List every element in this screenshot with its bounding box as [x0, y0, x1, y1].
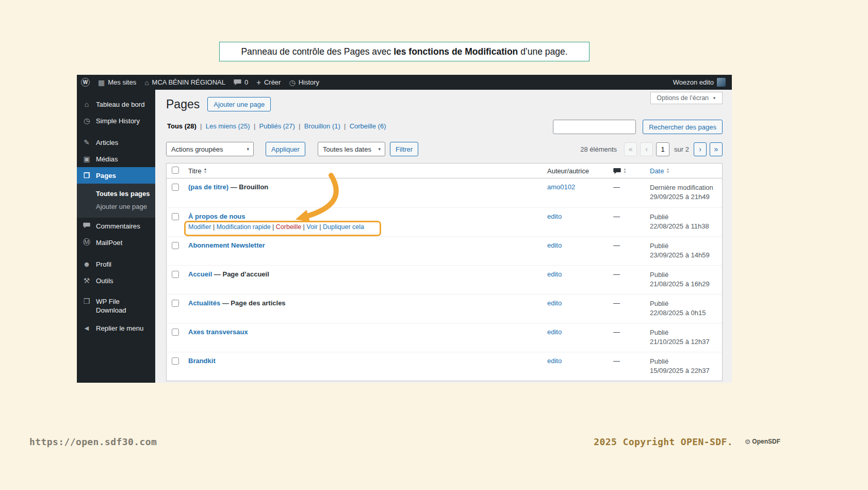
- row-checkbox[interactable]: [172, 184, 179, 191]
- history-icon: ◷: [289, 79, 295, 86]
- row-checkbox[interactable]: [172, 213, 179, 220]
- sidebar-item-mailpoet[interactable]: Ⓜ MailPoet: [77, 234, 155, 251]
- page-title-link[interactable]: À propos de nous: [188, 213, 245, 220]
- comments-icon: [82, 222, 91, 230]
- history-menu[interactable]: ◷ History: [289, 78, 319, 86]
- prev-page-button: ‹: [640, 142, 653, 156]
- filter-les-miens[interactable]: Les miens (25): [198, 122, 250, 130]
- opensdf-logo: ⚙ OpenSDF: [745, 438, 780, 445]
- home-icon: ⌂: [144, 79, 149, 86]
- sidebar-item-medias[interactable]: ▣ Médias: [77, 151, 155, 167]
- bulk-actions-select[interactable]: Actions groupées ▾: [166, 142, 254, 156]
- select-all-checkbox[interactable]: [172, 167, 179, 174]
- author-link[interactable]: edito: [547, 270, 562, 278]
- action-modifier[interactable]: Modifier: [188, 223, 211, 231]
- page-title-link[interactable]: Accueil: [188, 270, 212, 278]
- sort-by-comments[interactable]: ▲▼: [613, 168, 650, 174]
- filter-publies[interactable]: Publiés (27): [252, 122, 295, 130]
- opensdf-logo-text: OpenSDF: [752, 438, 780, 445]
- comments-count: —: [613, 323, 650, 352]
- sidebar-item-simple-history[interactable]: ◷ Simple History: [77, 112, 155, 129]
- apply-button[interactable]: Appliquer: [266, 142, 305, 156]
- sidebar-item-articles[interactable]: ✎ Articles: [77, 134, 155, 151]
- admin-sidebar: ⌂ Tableau de bord ◷ Simple History ✎ Art…: [77, 90, 155, 383]
- sidebar-item-label: Outils: [96, 277, 113, 285]
- wp-logo-menu[interactable]: W: [81, 78, 90, 87]
- sidebar-item-wp-file-download[interactable]: ❒ WP File Download: [77, 294, 155, 318]
- filter-brouillon[interactable]: Brouillon (1): [297, 122, 340, 130]
- sidebar-item-replier-le-menu[interactable]: ◄ Replier le menu: [77, 320, 155, 336]
- add-page-button[interactable]: Ajouter une page: [207, 97, 271, 111]
- new-content-menu[interactable]: + Créer: [256, 78, 281, 86]
- sidebar-item-commentaires[interactable]: Commentaires: [77, 218, 155, 234]
- status-text: Publié: [650, 213, 722, 222]
- action-voir[interactable]: Voir: [301, 223, 318, 231]
- status-filters: Tous (28) Les miens (25) Publiés (27) Br…: [167, 122, 386, 130]
- author-link[interactable]: amo0102: [547, 183, 575, 191]
- page-title-link[interactable]: Actualités: [188, 299, 220, 307]
- mailpoet-icon: Ⓜ: [82, 238, 91, 247]
- author-link[interactable]: edito: [547, 328, 562, 336]
- row-checkbox[interactable]: [172, 357, 179, 365]
- user-icon: ☻: [82, 260, 91, 268]
- action-dupliquer-cela[interactable]: Dupliquer cela: [318, 223, 364, 231]
- my-sites-label: Mes sites: [108, 78, 136, 86]
- search-pages-input[interactable]: [553, 120, 636, 134]
- author-link[interactable]: edito: [547, 299, 562, 307]
- sidebar-item-outils[interactable]: ⚒ Outils: [77, 272, 155, 289]
- row-checkbox[interactable]: [172, 242, 179, 249]
- account-menu[interactable]: Woezon edito: [673, 78, 726, 87]
- sort-by-date[interactable]: Date ▲▼: [650, 167, 722, 175]
- sidebar-item-profil[interactable]: ☻ Profil: [77, 256, 155, 272]
- sort-arrows-icon: ▲▼: [623, 168, 627, 174]
- page-title-link[interactable]: Axes transversaux: [188, 328, 248, 336]
- sort-by-title[interactable]: Titre ▲▼: [188, 167, 547, 175]
- row-checkbox[interactable]: [172, 329, 179, 336]
- search-pages-button[interactable]: Rechercher des pages: [643, 120, 723, 134]
- avatar: [717, 78, 726, 87]
- page-title-link[interactable]: Brandkit: [188, 357, 216, 365]
- my-sites-menu[interactable]: ▦ Mes sites: [98, 78, 136, 86]
- page-title-link[interactable]: Abonnement Newsletter: [188, 241, 265, 249]
- site-name-menu[interactable]: ⌂ MCA BÉNIN RÉGIONAL: [144, 78, 225, 86]
- date-text: 29/09/2025 à 21h49: [650, 192, 722, 202]
- last-page-button[interactable]: »: [710, 142, 723, 156]
- author-link[interactable]: edito: [547, 241, 562, 249]
- date-column-label: Date: [650, 167, 664, 175]
- action-modification-rapide[interactable]: Modification rapide: [211, 223, 270, 231]
- sidebar-item-pages[interactable]: ❐ Pages: [77, 167, 155, 184]
- search-area: Rechercher des pages: [553, 120, 723, 134]
- table-row: (pas de titre) — Brouillon amo0102 — Der…: [167, 178, 722, 207]
- submenu-toutes-les-pages[interactable]: Toutes les pages: [77, 187, 155, 200]
- author-link[interactable]: edito: [547, 357, 562, 365]
- sidebar-item-label: Articles: [96, 139, 118, 146]
- items-count: 28 éléments: [580, 145, 617, 153]
- admin-bar: W ▦ Mes sites ⌂ MCA BÉNIN RÉGIONAL 0 + C…: [77, 75, 732, 90]
- row-checkbox[interactable]: [172, 271, 179, 278]
- page-title-link[interactable]: (pas de titre): [188, 183, 228, 191]
- action-corbeille[interactable]: Corbeille: [271, 223, 302, 231]
- filter-tous[interactable]: Tous (28): [167, 122, 196, 130]
- bulk-actions-label: Actions groupées: [171, 145, 223, 153]
- sidebar-item-tableau-de-bord[interactable]: ⌂ Tableau de bord: [77, 96, 155, 112]
- dates-filter-select[interactable]: Toutes les dates ▾: [318, 142, 385, 156]
- row-checkbox[interactable]: [172, 300, 179, 307]
- comments-count: —: [613, 237, 650, 265]
- next-page-button[interactable]: ›: [694, 142, 707, 156]
- current-page-input[interactable]: [656, 142, 669, 156]
- screen-options-button[interactable]: Options de l’écran ▼: [650, 92, 723, 104]
- author-link[interactable]: edito: [547, 213, 562, 220]
- author-column-label: Auteur/autrice: [547, 167, 589, 175]
- sidebar-item-label: Replier le menu: [96, 324, 143, 332]
- comments-menu[interactable]: 0: [234, 78, 248, 86]
- date-cell: Publié 21/10/2025 à 12h37: [650, 323, 722, 352]
- filter-button[interactable]: Filtrer: [390, 142, 418, 156]
- sidebar-item-label: Profil: [96, 260, 111, 268]
- comments-count: —: [613, 178, 650, 207]
- tools-icon: ⚒: [82, 276, 91, 285]
- table-row: Accueil — Page d’accueil edito — Publié …: [167, 265, 722, 294]
- filter-corbeille[interactable]: Corbeille (6): [342, 122, 386, 130]
- new-content-label: Créer: [264, 78, 281, 86]
- submenu-ajouter-une-page[interactable]: Ajouter une page: [77, 200, 155, 213]
- footer-copyright: 2025 Copyright OPEN-SDF.: [594, 436, 733, 447]
